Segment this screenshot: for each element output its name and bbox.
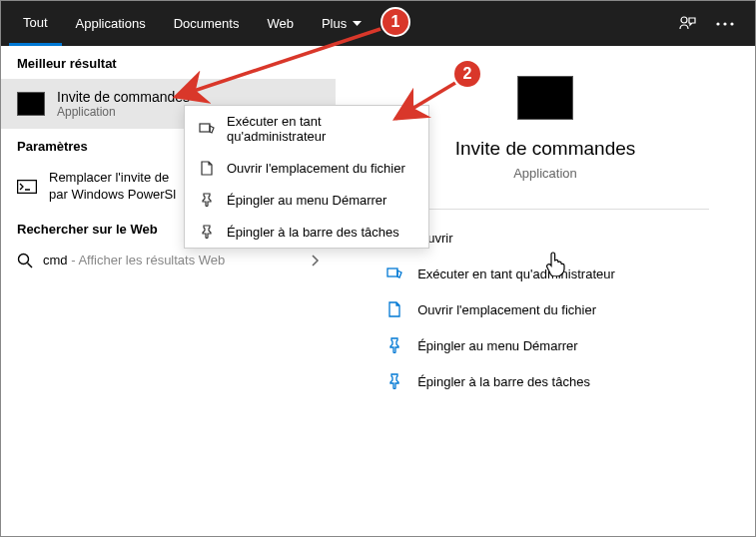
more-options-icon[interactable] xyxy=(713,12,737,36)
context-menu: Exécuter en tant qu'administrateur Ouvri… xyxy=(184,105,429,249)
menu-open-location-label: Ouvrir l'emplacement du fichier xyxy=(227,161,405,176)
best-match-subtitle: Application xyxy=(57,105,190,119)
preview-app-icon xyxy=(517,76,573,120)
svg-point-2 xyxy=(723,22,726,25)
svg-point-5 xyxy=(19,254,29,264)
action-pin-start[interactable]: Épingler au menu Démarrer xyxy=(381,329,709,361)
pin-taskbar-icon xyxy=(199,224,215,240)
menu-pin-start-label: Épingler au menu Démarrer xyxy=(227,193,386,208)
best-result-header: Meilleur résultat xyxy=(1,46,336,79)
pin-taskbar-icon xyxy=(385,372,403,390)
menu-open-location[interactable]: Ouvrir l'emplacement du fichier xyxy=(185,152,428,184)
menu-pin-start[interactable]: Épingler au menu Démarrer xyxy=(185,184,428,216)
annotation-step-2: 2 xyxy=(452,59,482,89)
terminal-icon xyxy=(17,179,37,195)
tab-all[interactable]: Tout xyxy=(9,1,62,46)
best-match-title: Invite de commandes xyxy=(57,89,190,105)
preview-title: Invite de commandes xyxy=(455,138,636,160)
cmd-icon xyxy=(17,92,45,116)
svg-point-1 xyxy=(716,22,719,25)
hand-cursor-icon xyxy=(544,251,566,276)
tab-more-label: Plus xyxy=(322,16,347,31)
divider xyxy=(381,209,709,210)
preview-subtitle: Application xyxy=(513,166,577,181)
tab-more[interactable]: Plus xyxy=(308,1,376,46)
action-open[interactable]: Ouvrir xyxy=(381,222,709,254)
shield-admin-icon xyxy=(385,265,403,282)
menu-run-admin[interactable]: Exécuter en tant qu'administrateur xyxy=(185,106,428,152)
svg-rect-7 xyxy=(387,268,397,276)
action-open-location[interactable]: Ouvrir l'emplacement du fichier xyxy=(381,293,709,325)
tab-web[interactable]: Web xyxy=(253,1,308,46)
menu-run-admin-label: Exécuter en tant qu'administrateur xyxy=(227,114,414,144)
shield-admin-icon xyxy=(199,121,215,137)
action-run-admin-label: Exécuter en tant qu'administrateur xyxy=(417,267,615,281)
tab-docs-label: Documents xyxy=(174,16,240,31)
chevron-right-icon xyxy=(312,255,320,267)
web-search-item[interactable]: cmd - Afficher les résultats Web xyxy=(1,245,336,276)
tab-all-label: Tout xyxy=(23,15,48,30)
setting-text: Remplacer l'invite depar Windows PowerSl xyxy=(49,170,176,204)
tab-web-label: Web xyxy=(267,16,294,31)
search-header: Tout Applications Documents Web Plus xyxy=(1,1,755,46)
menu-pin-taskbar[interactable]: Épingler à la barre des tâches xyxy=(185,216,428,248)
menu-pin-taskbar-label: Épingler à la barre des tâches xyxy=(227,225,399,240)
tab-apps-label: Applications xyxy=(76,16,146,31)
action-pin-taskbar[interactable]: Épingler à la barre des tâches xyxy=(381,365,709,397)
folder-icon xyxy=(199,160,215,176)
pin-start-icon xyxy=(385,336,403,354)
annotation-step-1: 1 xyxy=(380,7,410,37)
svg-rect-8 xyxy=(200,124,210,132)
action-pin-start-label: Épingler au menu Démarrer xyxy=(417,338,577,353)
svg-rect-4 xyxy=(18,180,37,193)
folder-icon xyxy=(385,300,403,318)
action-open-location-label: Ouvrir l'emplacement du fichier xyxy=(417,302,596,317)
web-search-text: cmd - Afficher les résultats Web xyxy=(43,253,225,268)
action-pin-taskbar-label: Épingler à la barre des tâches xyxy=(417,374,590,389)
pin-start-icon xyxy=(199,192,215,208)
tab-documents[interactable]: Documents xyxy=(160,1,254,46)
feedback-icon[interactable] xyxy=(675,12,699,36)
svg-point-3 xyxy=(730,22,733,25)
chevron-down-icon xyxy=(353,21,362,27)
svg-point-0 xyxy=(681,17,687,23)
tab-applications[interactable]: Applications xyxy=(62,1,160,46)
search-icon xyxy=(17,253,33,268)
